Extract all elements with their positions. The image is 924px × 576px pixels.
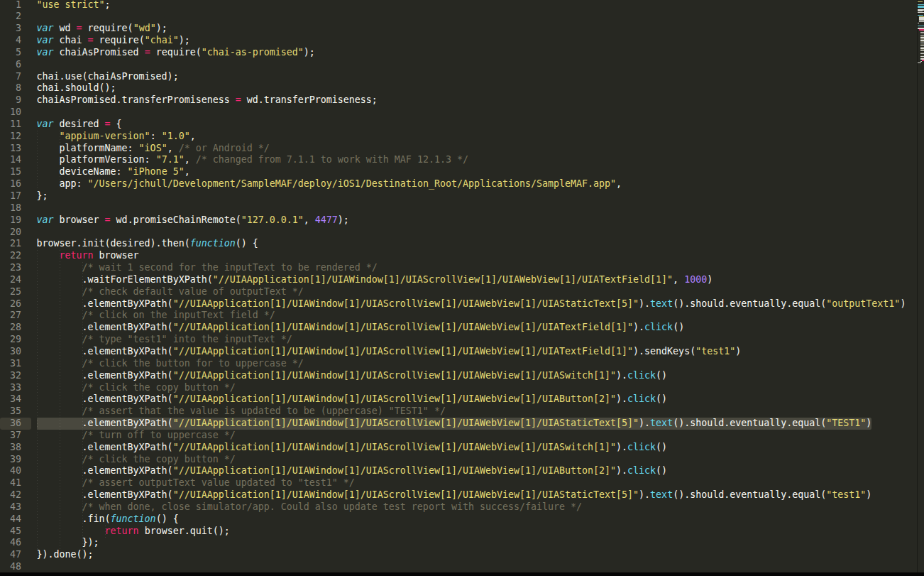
code-line[interactable]: 11var desired = { [0,119,924,131]
code-line[interactable]: 43 /* when done, close simulator/app. Co… [0,501,924,513]
code-text[interactable]: /* wait 1 second for the inputText to be… [37,262,378,274]
code-line[interactable]: 16 app: "/Users/jchull/Development/Sampl… [0,178,924,190]
line-number: 9 [0,94,31,107]
code-text[interactable]: chai.use(chaiAsPromised); [37,71,179,83]
code-text[interactable]: platformName: "iOS", /* or Android */ [37,143,270,155]
code-text[interactable]: /* turn off to uppercase */ [37,430,236,442]
code-text[interactable]: .elementByXPath("//UIAApplication[1]/UIA… [37,393,668,406]
code-text[interactable]: }; [37,190,48,202]
code-text[interactable]: var browser = wd.promiseChainRemote("127… [37,214,349,227]
code-text[interactable]: .elementByXPath("//UIAApplication[1]/UIA… [37,489,872,501]
code-line[interactable]: 37 /* turn off to uppercase */ [0,430,924,442]
code-line[interactable]: 38 .elementByXPath("//UIAApplication[1]/… [0,442,924,454]
code-segment: () { [156,513,179,524]
code-text[interactable]: }).done(); [37,549,94,561]
code-text[interactable]: /* click on the inputText field */ [37,310,275,322]
code-text[interactable]: .fin(function() { [37,513,179,526]
code-segment: ().should.eventually.equal( [673,418,826,428]
code-line[interactable]: 30 .elementByXPath("//UIAApplication[1]/… [0,346,924,358]
code-line[interactable]: 14 platformVersion: "7.1", /* changed fr… [0,154,924,166]
code-text[interactable]: platformVersion: "7.1", /* changed from … [37,154,468,166]
code-text[interactable]: var desired = { [37,119,122,131]
code-line[interactable]: 24 .waitForElementByXPath("//UIAApplicat… [0,274,924,286]
code-line[interactable]: 19var browser = wd.promiseChainRemote("1… [0,214,924,227]
code-text[interactable]: /* check default value of outputText */ [37,286,304,298]
code-text[interactable]: .elementByXPath("//UIAApplication[1]/UIA… [37,298,906,310]
code-line[interactable]: 47}).done(); [0,549,924,561]
code-line[interactable]: 26 .elementByXPath("//UIAApplication[1]/… [0,298,924,310]
code-line[interactable]: 34 .elementByXPath("//UIAApplication[1]/… [0,393,924,406]
code-segment: /* assert that the value is updated to b… [82,406,446,416]
code-line-selected[interactable]: 36 .elementByXPath("//UIAApplication[1]/… [0,418,924,430]
code-text[interactable]: return browser.quit(); [37,526,230,538]
code-text[interactable]: var chai = require("chai"); [37,35,190,47]
code-text[interactable]: /* assert that the value is updated to b… [37,406,446,418]
code-line[interactable]: 32 .elementByXPath("//UIAApplication[1]/… [0,370,924,382]
code-line[interactable]: 10 [0,107,924,119]
code-line[interactable]: 7chai.use(chaiAsPromised); [0,71,924,83]
code-line[interactable]: 20 [0,227,924,239]
code-line[interactable]: 31 /* click the button for to uppercase … [0,358,924,370]
minimap-line [918,26,924,26]
code-line[interactable]: 41 /* assert outputText value updated to… [0,477,924,489]
code-text[interactable]: .waitForElementByXPath("//UIAApplication… [37,274,713,286]
code-text[interactable]: /* click the copy button */ [37,454,236,466]
code-line[interactable]: 29 /* type "test1" into the inputText */ [0,334,924,346]
line-number: 33 [0,382,31,394]
code-line[interactable]: 15 deviceName: "iPhone 5", [0,166,924,178]
code-line[interactable]: 6 [0,59,924,71]
code-line[interactable]: 45 return browser.quit(); [0,526,924,538]
code-line[interactable]: 4var chai = require("chai"); [0,35,924,47]
editor-code-area[interactable]: 1"use strict";23var wd = require("wd");4… [0,0,924,573]
code-text[interactable]: app: "/Users/jchull/Development/SampleMA… [37,178,622,190]
code-line[interactable]: 3var wd = require("wd"); [0,23,924,35]
code-text[interactable]: /* when done, close simulator/app. Could… [37,501,583,513]
code-text[interactable]: "appium-version": "1.0", [37,131,196,143]
code-text[interactable]: /* click the copy button */ [37,382,236,394]
code-text[interactable]: /* click the button for to uppercase */ [37,358,304,370]
code-line[interactable]: 21browser.init(desired).then(function() … [0,238,924,250]
code-text[interactable]: var chaiAsPromised = require("chai-as-pr… [37,47,315,59]
code-text[interactable]: .elementByXPath("//UIAApplication[1]/UIA… [37,418,872,430]
code-line[interactable]: 25 /* check default value of outputText … [0,286,924,298]
code-line[interactable]: 9chaiAsPromised.transferPromiseness = wd… [0,94,924,107]
code-line[interactable]: 12 "appium-version": "1.0", [0,131,924,143]
code-line[interactable]: 1"use strict"; [0,0,924,11]
code-text[interactable]: chaiAsPromised.transferPromiseness = wd.… [37,94,378,107]
code-line[interactable]: 35 /* assert that the value is updated t… [0,406,924,418]
code-text[interactable]: "use strict"; [37,0,111,11]
code-text[interactable]: .elementByXPath("//UIAApplication[1]/UIA… [37,370,668,382]
code-segment: "//UIAApplication[1]/UIAWindow[1]/UIAScr… [173,418,639,428]
line-number: 13 [0,143,31,155]
code-text[interactable]: .elementByXPath("//UIAApplication[1]/UIA… [37,442,668,454]
code-text[interactable]: browser.init(desired).then(function() { [37,238,258,250]
code-text[interactable]: }); [37,537,99,549]
code-text[interactable]: var wd = require("wd"); [37,23,167,35]
code-line[interactable]: 2 [0,11,924,23]
code-text[interactable]: /* assert outputText value updated to "t… [37,477,355,489]
code-line[interactable]: 22 return browser [0,250,924,262]
code-line[interactable]: 18 [0,202,924,214]
code-line[interactable]: 48 [0,561,924,573]
code-line[interactable]: 42 .elementByXPath("//UIAApplication[1]/… [0,489,924,501]
code-text[interactable]: .elementByXPath("//UIAApplication[1]/UIA… [37,465,668,477]
code-line[interactable]: 23 /* wait 1 second for the inputText to… [0,262,924,274]
code-line[interactable]: 44 .fin(function() { [0,513,924,526]
code-line[interactable]: 46 }); [0,537,924,549]
code-line[interactable]: 39 /* click the copy button */ [0,454,924,466]
code-line[interactable]: 17}; [0,190,924,202]
code-text[interactable]: .elementByXPath("//UIAApplication[1]/UIA… [37,322,685,334]
code-line[interactable]: 33 /* click the copy button */ [0,382,924,394]
code-line[interactable]: 8chai.should(); [0,82,924,94]
code-line[interactable]: 28 .elementByXPath("//UIAApplication[1]/… [0,322,924,334]
minimap[interactable] [917,0,924,576]
code-line[interactable]: 5var chaiAsPromised = require("chai-as-p… [0,47,924,59]
code-segment: click [627,370,656,381]
code-line[interactable]: 40 .elementByXPath("//UIAApplication[1]/… [0,465,924,477]
code-line[interactable]: 13 platformName: "iOS", /* or Android */ [0,143,924,155]
code-text[interactable]: .elementByXPath("//UIAApplication[1]/UIA… [37,346,742,358]
code-text[interactable]: chai.should(); [37,82,116,94]
code-text[interactable]: return browser [37,250,139,262]
code-line[interactable]: 27 /* click on the inputText field */ [0,310,924,322]
code-text[interactable]: /* type "test1" into the inputText */ [37,334,292,346]
